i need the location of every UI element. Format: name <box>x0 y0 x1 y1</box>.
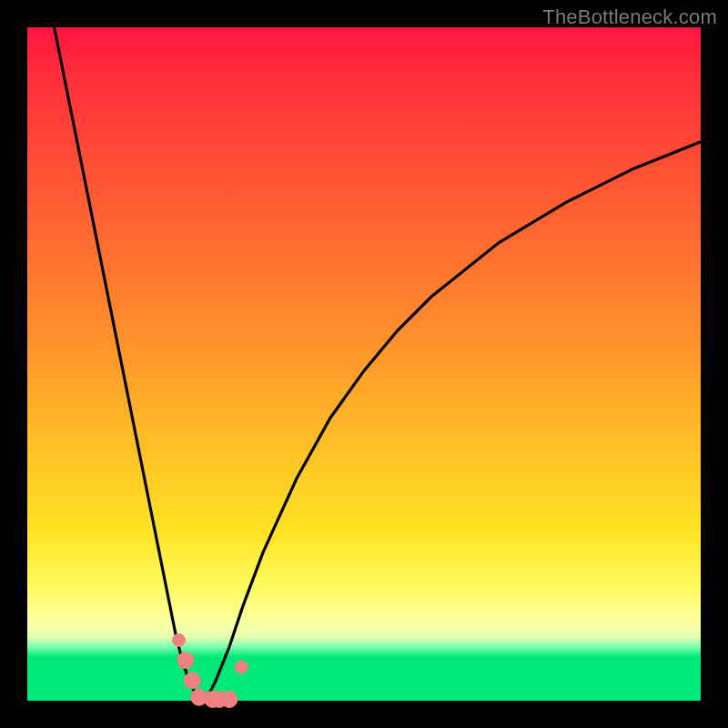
curve-layer <box>27 27 701 701</box>
watermark-text: TheBottleneck.com <box>542 5 717 29</box>
curve-left-branch <box>55 27 203 701</box>
data-marker <box>235 661 248 673</box>
data-marker <box>177 652 194 669</box>
data-markers <box>173 633 248 707</box>
chart-frame: TheBottleneck.com <box>0 0 728 728</box>
data-marker <box>184 672 200 689</box>
data-marker <box>221 692 238 708</box>
data-marker <box>173 633 186 646</box>
plot-area <box>27 27 701 701</box>
curve-right-branch <box>202 142 701 701</box>
